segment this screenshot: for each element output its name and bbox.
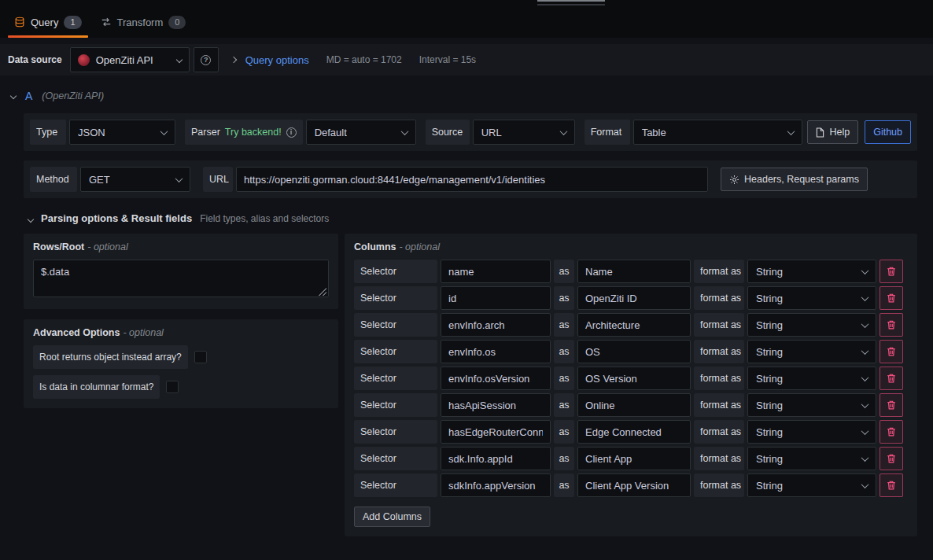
delete-column-button[interactable] [880, 447, 903, 470]
delete-column-button[interactable] [880, 286, 903, 310]
selector-input[interactable] [441, 447, 551, 470]
rows-root-input[interactable]: $.data [33, 260, 329, 297]
alias-input[interactable] [577, 447, 691, 470]
delete-column-button[interactable] [880, 367, 903, 390]
alias-input[interactable] [577, 420, 691, 444]
delete-column-button[interactable] [880, 313, 903, 337]
headers-request-params-button[interactable]: Headers, Request params [721, 168, 868, 191]
column-format-value: String [756, 426, 783, 438]
alias-input[interactable] [577, 473, 691, 497]
as-label: as [554, 473, 574, 497]
tab-query[interactable]: Query 1 [5, 6, 91, 38]
pane-splitter-handle[interactable] [537, 0, 605, 6]
column-format-select[interactable]: String [747, 447, 876, 470]
trash-icon [886, 480, 897, 491]
column-format-value: String [756, 400, 783, 411]
selector-input[interactable] [441, 420, 551, 444]
selector-input[interactable] [441, 367, 551, 390]
query-row-header[interactable]: A (OpenZiti API) [0, 76, 933, 113]
source-label: Source [426, 120, 470, 145]
format-as-label: format as [694, 393, 744, 417]
root-returns-object-label: Root returns object instead array? [33, 345, 188, 369]
gear-icon [729, 175, 739, 185]
delete-column-button[interactable] [880, 340, 903, 363]
column-format-value: String [756, 266, 783, 278]
github-button-label: Github [873, 127, 902, 138]
github-button[interactable]: Github [865, 120, 911, 144]
advanced-optional: - optional [123, 327, 163, 338]
tab-transform[interactable]: Transform 0 [91, 6, 196, 38]
grafana-query-editor: Query 1 Transform 0 Data source OpenZiti… [0, 0, 933, 536]
delete-column-button[interactable] [880, 393, 903, 417]
datasource-help-button[interactable]: ? [194, 47, 219, 72]
delete-column-button[interactable] [880, 260, 903, 283]
selector-label: Selector [354, 420, 437, 444]
column-format-value: String [756, 346, 783, 358]
selector-label: Selector [354, 367, 437, 390]
url-input[interactable] [236, 167, 708, 192]
column-format-select[interactable]: String [747, 393, 876, 417]
selector-label: Selector [354, 286, 437, 310]
add-columns-button[interactable]: Add Columns [354, 507, 430, 527]
source-select[interactable]: URL [473, 120, 575, 145]
column-format-value: String [756, 319, 783, 331]
column-format-select[interactable]: String [747, 340, 876, 363]
type-select[interactable]: JSON [69, 120, 175, 145]
selector-input[interactable] [441, 473, 551, 497]
columns-optional: - optional [399, 241, 439, 252]
method-select-value: GET [89, 174, 110, 186]
trash-icon [886, 453, 897, 464]
alias-input[interactable] [577, 313, 691, 337]
selector-label: Selector [354, 473, 437, 497]
as-label: as [554, 313, 574, 337]
delete-column-button[interactable] [880, 420, 903, 444]
format-select[interactable]: Table [633, 120, 802, 145]
selector-input[interactable] [441, 340, 551, 363]
query-options-link[interactable]: Query options [245, 54, 309, 66]
alias-input[interactable] [577, 260, 691, 283]
chevron-down-icon [175, 57, 182, 63]
editor-row-options: Type JSON Parser Try backend! i Default … [24, 113, 917, 151]
selector-input[interactable] [441, 260, 551, 283]
parsing-section-header[interactable]: Parsing options & Result fields Field ty… [28, 212, 917, 224]
column-row: Selector as format as String [354, 260, 908, 283]
method-select[interactable]: GET [80, 167, 190, 192]
columns-rows-list: Selector as format as String Selector as… [354, 260, 908, 497]
column-format-value: String [756, 293, 783, 304]
as-label: as [554, 420, 574, 444]
selector-input[interactable] [441, 286, 551, 310]
column-format-select[interactable]: String [747, 367, 876, 390]
datasource-picker[interactable]: OpenZiti API [70, 47, 190, 72]
trash-icon [886, 346, 897, 357]
column-format-value: String [756, 373, 783, 385]
column-format-select[interactable]: String [747, 286, 876, 310]
collapse-chevron-icon[interactable] [28, 216, 34, 223]
collapse-chevron-icon[interactable] [10, 93, 17, 99]
trash-icon [886, 266, 897, 277]
format-as-label: format as [694, 313, 744, 337]
method-field: Method GET [30, 167, 190, 192]
alias-input[interactable] [577, 367, 691, 390]
selector-input[interactable] [441, 393, 551, 417]
parser-select[interactable]: Default [306, 120, 416, 145]
column-format-select[interactable]: String [747, 313, 876, 337]
rows-root-panel: Rows/Root- optional $.data [24, 234, 338, 309]
format-as-label: format as [694, 286, 744, 310]
selector-label: Selector [354, 447, 437, 470]
alias-input[interactable] [577, 340, 691, 363]
selector-input[interactable] [441, 313, 551, 337]
alias-input[interactable] [577, 286, 691, 310]
column-format-select[interactable]: String [747, 260, 876, 283]
column-format-select[interactable]: String [747, 473, 876, 497]
delete-column-button[interactable] [880, 473, 903, 497]
help-button-label: Help [829, 127, 850, 138]
advanced-title-text: Advanced Options [33, 327, 120, 338]
help-button[interactable]: Help [807, 120, 858, 144]
root-returns-object-checkbox[interactable] [194, 351, 207, 363]
alias-input[interactable] [577, 393, 691, 417]
type-field: Type JSON [30, 120, 175, 145]
column-format-select[interactable]: String [747, 420, 876, 444]
column-row: Selector as format as String [354, 420, 908, 444]
columns-title-text: Columns [354, 241, 396, 252]
columnar-format-checkbox[interactable] [166, 381, 179, 393]
